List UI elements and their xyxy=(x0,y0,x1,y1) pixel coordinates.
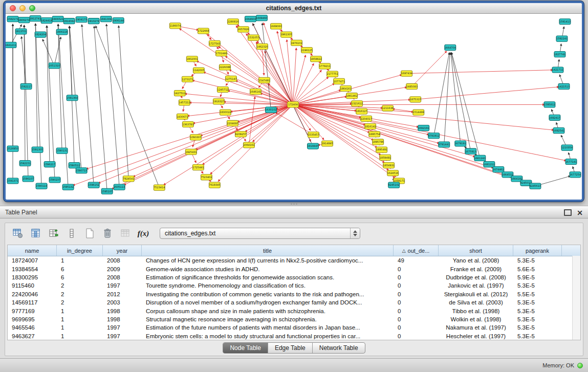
graph-node[interactable]: 1462320 xyxy=(256,43,268,49)
graph-node[interactable]: 1906144 xyxy=(113,18,124,24)
graph-node[interactable]: 1925431 xyxy=(185,149,197,155)
graph-node[interactable]: 1841304 xyxy=(100,16,112,22)
graph-node[interactable]: 1864161 xyxy=(340,85,351,91)
network-view-canvas[interactable]: 1724041186074172266817275431731446180200… xyxy=(6,14,582,200)
column-header-name[interactable]: name xyxy=(8,245,57,256)
graph-node[interactable]: 1697434 xyxy=(401,71,412,76)
citation-edge[interactable] xyxy=(253,24,313,146)
graph-node[interactable]: 7523402 xyxy=(201,174,212,180)
graph-node[interactable]: 1854931 xyxy=(383,163,395,168)
graph-node[interactable]: 2077471 xyxy=(333,78,344,84)
citation-edge[interactable] xyxy=(42,39,54,66)
citation-edge[interactable] xyxy=(21,37,26,86)
graph-node[interactable]: 1722668 xyxy=(198,28,209,34)
graph-node[interactable]: 2485083 xyxy=(406,83,418,89)
graph-node[interactable]: 2204697 xyxy=(227,120,238,126)
graph-node[interactable]: 1824204 xyxy=(35,32,46,37)
citation-edge[interactable] xyxy=(35,24,41,186)
column-narrow-button[interactable] xyxy=(65,227,78,240)
table-row[interactable]: 2242004622012Investigating the contribut… xyxy=(8,290,580,298)
graph-node[interactable]: 1824419 xyxy=(41,18,52,24)
graph-node[interactable]: 1914845 xyxy=(321,141,333,146)
graph-node[interactable]: 1591364 xyxy=(67,95,78,101)
graph-node[interactable]: 1595107 xyxy=(101,188,113,194)
graph-node[interactable]: 1669060 xyxy=(270,24,281,29)
graph-node[interactable]: 7619345 xyxy=(209,182,220,188)
graph-node[interactable]: 9245613 xyxy=(530,183,541,189)
tab-node-table[interactable]: Node Table xyxy=(223,343,268,353)
graph-node[interactable]: 1692191 xyxy=(418,125,429,130)
float-panel-icon[interactable] xyxy=(564,209,572,216)
graph-node[interactable]: 1624516 xyxy=(387,170,399,176)
graph-node[interactable]: 8791441 xyxy=(439,142,450,147)
close-panel-icon[interactable]: ✕ xyxy=(577,209,583,216)
graph-node[interactable]: 1245712 xyxy=(217,86,228,92)
graph-node[interactable]: 1913274 xyxy=(88,18,99,24)
graph-node[interactable]: 1535457 xyxy=(308,132,319,138)
graph-node[interactable]: 8791912 xyxy=(428,133,440,139)
graph-node[interactable]: 1913701 xyxy=(15,29,27,34)
graph-node[interactable]: 1430671 xyxy=(177,114,188,119)
graph-node[interactable]: 2226088 xyxy=(219,64,230,70)
column-header-in-degree[interactable]: in_degree xyxy=(57,245,103,256)
import-table-button[interactable] xyxy=(119,227,132,240)
citation-edge-highlighted[interactable] xyxy=(293,104,418,127)
graph-node[interactable]: 1590131 xyxy=(56,148,68,154)
citation-edge[interactable] xyxy=(444,53,450,144)
graph-node[interactable]: 1142005 xyxy=(193,68,204,73)
graph-node[interactable]: 2064161 xyxy=(243,142,254,148)
graph-node[interactable]: 1531057 xyxy=(248,35,259,40)
graph-node[interactable]: 1677141 xyxy=(565,159,577,164)
graph-node[interactable]: 1596152 xyxy=(88,182,99,188)
citation-edge-highlighted[interactable] xyxy=(229,70,293,104)
graph-node[interactable]: 1590713 xyxy=(76,168,87,173)
function-builder-button[interactable]: f(x) xyxy=(137,227,150,240)
graph-node[interactable]: 1958822 xyxy=(310,56,321,62)
citation-edge[interactable] xyxy=(106,24,119,187)
table-row[interactable]: 969969511998Structural magnetic resonanc… xyxy=(8,315,580,323)
graph-node[interactable]: 2280816 xyxy=(227,19,238,25)
graph-node[interactable]: 1802001 xyxy=(186,56,198,62)
graph-node[interactable]: 1906274 xyxy=(18,17,30,23)
graph-node[interactable]: 1363783 xyxy=(182,121,193,127)
graph-node[interactable]: 1681212 xyxy=(484,161,495,167)
graph-node[interactable]: 1912741 xyxy=(30,16,41,21)
graph-node[interactable]: 1664704 xyxy=(445,45,456,50)
graph-node[interactable]: 1895796 xyxy=(373,139,384,145)
memory-status-indicator[interactable] xyxy=(577,363,583,368)
graph-node[interactable]: 1904173 xyxy=(76,17,87,23)
citation-edge[interactable] xyxy=(70,26,73,98)
graph-node[interactable]: 9245102 xyxy=(388,182,400,188)
citation-edge-highlighted[interactable] xyxy=(293,48,296,105)
graph-node[interactable]: 1591371 xyxy=(7,178,18,184)
graph-node[interactable]: 9209257 xyxy=(235,132,246,137)
graph-node[interactable]: 1595132 xyxy=(62,184,74,190)
close-window-button[interactable] xyxy=(10,5,16,11)
graph-node[interactable]: 1906118 xyxy=(56,29,68,35)
graph-node[interactable]: 1725441 xyxy=(192,165,204,170)
graph-node[interactable]: 1595812 xyxy=(544,102,555,107)
new-table-button[interactable] xyxy=(83,227,96,240)
graph-node[interactable]: 1590512 xyxy=(69,163,80,168)
column-header-pagerank[interactable]: pagerank xyxy=(513,245,562,256)
citation-edge[interactable] xyxy=(94,26,107,191)
graph-node[interactable]: 1590237 xyxy=(49,177,60,183)
graph-node[interactable]: 1731446 xyxy=(215,50,227,56)
minimize-window-button[interactable] xyxy=(19,5,26,11)
table-settings-button[interactable] xyxy=(11,227,25,240)
graph-node[interactable]: 1861462 xyxy=(346,93,358,99)
graph-node[interactable]: 1918445 xyxy=(307,143,318,149)
graph-node[interactable]: 1859491 xyxy=(380,155,391,160)
graph-node[interactable]: 1914042 xyxy=(63,18,75,24)
column-header-short[interactable]: short xyxy=(439,245,513,256)
table-vertical-scrollbar[interactable] xyxy=(572,256,580,340)
graph-node[interactable]: 1779211 xyxy=(319,63,330,69)
graph-node[interactable]: 1895754 xyxy=(369,132,380,137)
citation-edge[interactable] xyxy=(119,26,128,179)
graph-node[interactable]: 1675913 xyxy=(465,148,476,154)
citation-edge-highlighted[interactable] xyxy=(203,104,293,164)
graph-node[interactable]: 1457212 xyxy=(179,100,190,105)
citation-edge[interactable] xyxy=(82,25,94,185)
table-selector-dropdown[interactable]: citations_edges.txt xyxy=(160,228,360,239)
graph-node[interactable]: 2051310 xyxy=(49,63,60,69)
